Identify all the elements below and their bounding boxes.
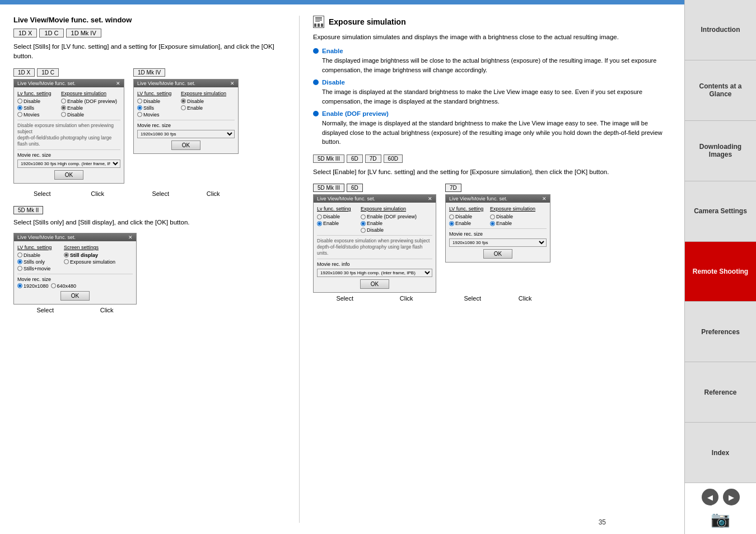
- bullet-dof-text: Normally, the image is displayed at the …: [322, 119, 671, 147]
- click-label-1: Click: [91, 190, 104, 197]
- tag-1dmkiv: 1D Mk IV: [66, 29, 101, 38]
- tag-1dc: 1D C: [39, 29, 63, 38]
- tag-5dmkii: 5D Mk II: [13, 206, 43, 214]
- exposure-sim-title: Exposure simulation: [329, 17, 406, 26]
- movie-size-select-7d[interactable]: 1920x1080 30 fps: [449, 238, 547, 247]
- sidebar-item-remote-shooting[interactable]: Remote Shooting: [685, 242, 756, 302]
- exposure-sim-icon: [313, 16, 324, 28]
- window-group-1dmkiv: 1D Mk IV Live View/Movie func. set. ✕ LV…: [133, 68, 239, 154]
- next-arrow[interactable]: ▶: [723, 489, 740, 505]
- tag-5dmkiii: 5D Mk III: [313, 154, 344, 163]
- window-5dmkiii-container: 5D Mk III 6D Live View/Movie func. set. …: [313, 184, 436, 293]
- svg-rect-1: [315, 19, 322, 20]
- bullet-dof-title: Enable (DOF preview): [322, 110, 389, 117]
- click-label-bottom-1: Click: [400, 295, 413, 302]
- section-title-live-view: Live View/Movie func. set. window: [13, 16, 282, 24]
- description-1: Select [Stills] for [LV func. setting] a…: [13, 42, 282, 62]
- sidebar: Introduction Contents at a Glance Downlo…: [684, 0, 756, 534]
- select-label-1: Select: [34, 190, 51, 197]
- mock-window-5dmkiii: Live View/Movie func. set. ✕ Lv func. se…: [313, 194, 436, 293]
- sidebar-item-preferences[interactable]: Preferences: [685, 302, 756, 362]
- camera-icon: 📷: [711, 510, 730, 528]
- bullet-disable-text: The image is displayed at the standard b…: [322, 87, 671, 106]
- svg-rect-3: [315, 21, 320, 22]
- tag-1dx: 1D X: [13, 29, 37, 38]
- bullet-enable-title: Enable: [322, 48, 343, 54]
- svg-rect-2: [315, 20, 322, 21]
- exposure-sim-desc: Exposure simulation simulates and displa…: [313, 32, 671, 42]
- tag-1dx-small: 1D X: [13, 68, 35, 77]
- ok-button-1dmkiv[interactable]: OK: [171, 140, 200, 150]
- tag-1dmkiv-small: 1D Mk IV: [133, 68, 165, 77]
- sidebar-item-downloading[interactable]: Downloading Images: [685, 121, 756, 181]
- tag-7d-window: 7D: [445, 184, 461, 192]
- bullet-enable-text: The displayed image brightness will be c…: [322, 56, 671, 74]
- select-label-3: Select: [36, 307, 54, 313]
- click-label-2: Click: [207, 190, 220, 197]
- mock-window-5dmkii: Live View/Movie func. set. ✕ LV func. se…: [13, 233, 137, 305]
- left-column: Live View/Movie func. set. window 1D X 1…: [13, 16, 282, 523]
- svg-rect-5: [318, 24, 320, 27]
- bullet-disable: [313, 79, 319, 85]
- ok-button-7d[interactable]: OK: [483, 249, 512, 259]
- select-label-bottom-1: Select: [336, 295, 353, 302]
- tag-1dc-small: 1D C: [37, 68, 59, 77]
- bottom-description: Select [Enable] for [LV func. setting] a…: [313, 167, 671, 177]
- select-label-bottom-2: Select: [464, 295, 481, 302]
- mock-window-7d: Live View/Movie func. set. ✕ LV func. se…: [445, 194, 550, 263]
- mock-window-1dmkiv: Live View/Movie func. set. ✕ LV func. se…: [133, 79, 239, 154]
- svg-rect-4: [314, 24, 316, 27]
- page-number: 35: [599, 518, 606, 526]
- sidebar-item-introduction[interactable]: Introduction: [685, 0, 756, 60]
- sidebar-item-contents[interactable]: Contents at a Glance: [685, 60, 756, 121]
- click-label-3: Click: [100, 307, 114, 313]
- sidebar-item-reference[interactable]: Reference: [685, 362, 756, 423]
- bullet-enable: [313, 48, 319, 54]
- ok-button-1dx[interactable]: OK: [54, 170, 83, 180]
- click-label-bottom-2: Click: [519, 295, 532, 302]
- svg-rect-6: [321, 24, 323, 27]
- tag-7d: 7D: [365, 154, 381, 163]
- select-label-2: Select: [152, 190, 169, 197]
- description-5dmkii: Select [Stills only] and [Still display]…: [13, 218, 282, 227]
- bullet-dof: [313, 111, 319, 116]
- tag-5dmkiii-window: 5D Mk III: [313, 184, 344, 192]
- mock-window-1dx: Live View/Movie func. set. ✕ Lv func. se…: [13, 79, 124, 184]
- ok-button-5dmkii[interactable]: OK: [60, 291, 90, 301]
- bullet-disable-title: Disable: [322, 79, 345, 86]
- tag-6d-window: 6D: [347, 184, 363, 192]
- movie-size-select-5dmkiii[interactable]: 1920x1080 30 fps High comp. (Inter frame…: [317, 269, 432, 277]
- ok-button-5dmkiii[interactable]: OK: [360, 279, 389, 289]
- sidebar-nav: ◀ ▶ 📷: [685, 483, 756, 534]
- movie-size-select-1dmkiv[interactable]: 1920x1080 30 fps: [137, 130, 235, 138]
- sidebar-item-index[interactable]: Index: [685, 423, 756, 483]
- right-column: Exposure simulation Exposure simulation …: [299, 16, 671, 523]
- movie-size-select-1dx[interactable]: 1920x1080 30 fps High comp. (Inter frame…: [17, 160, 120, 168]
- svg-rect-0: [315, 17, 322, 18]
- main-content: Live View/Movie func. set. window 1D X 1…: [0, 4, 684, 534]
- sidebar-item-camera-settings[interactable]: Camera Settings: [685, 181, 756, 242]
- window-5dmkii-container: Live View/Movie func. set. ✕ LV func. se…: [13, 233, 137, 313]
- window-7d-container: 7D Live View/Movie func. set. ✕ LV func.…: [445, 184, 550, 263]
- select-click-row1: Select Click Select Click: [13, 190, 282, 197]
- tag-group-1dx: 1D X 1D C 1D Mk IV: [13, 29, 282, 38]
- tag-60d: 60D: [384, 154, 403, 163]
- tag-6d: 6D: [347, 154, 363, 163]
- top-bar: [0, 0, 684, 4]
- window-group-1dx: 1D X 1D C Live View/Movie func. set. ✕ L…: [13, 68, 124, 184]
- prev-arrow[interactable]: ◀: [702, 489, 718, 505]
